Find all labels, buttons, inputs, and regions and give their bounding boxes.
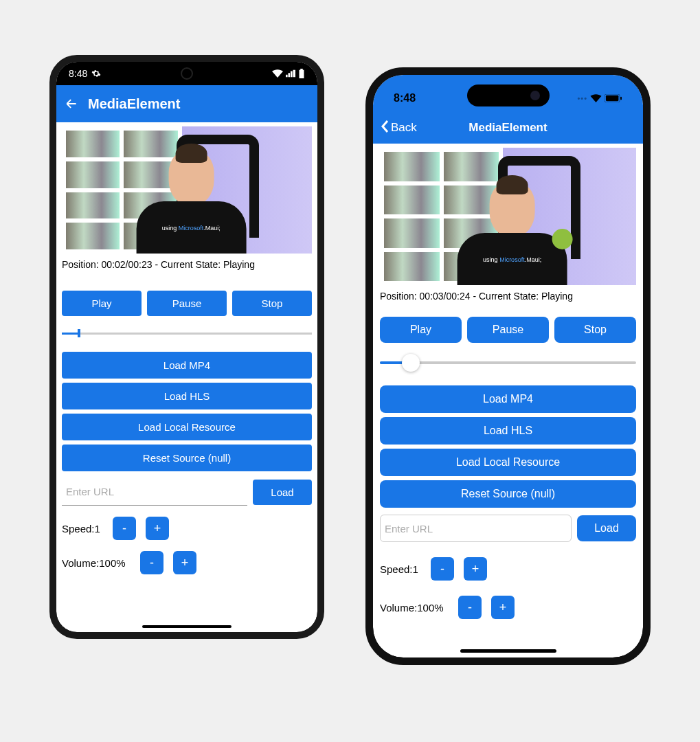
load-local-button[interactable]: Load Local Resource (62, 414, 312, 440)
android-video-player[interactable]: using Microsoft.Maui; (62, 126, 312, 254)
android-app-bar: MediaElement (56, 85, 317, 122)
stop-button[interactable]: Stop (232, 291, 312, 316)
pause-button[interactable]: Pause (467, 317, 549, 343)
volume-plus-button[interactable]: + (173, 551, 196, 574)
svg-rect-1 (606, 95, 618, 101)
load-local-button[interactable]: Load Local Resource (380, 449, 636, 476)
apple-fruit (552, 229, 573, 249)
speed-plus-button[interactable]: + (464, 557, 487, 581)
reset-source-button[interactable]: Reset Source (null) (380, 480, 636, 508)
load-mp4-button[interactable]: Load MP4 (62, 352, 312, 379)
volume-minus-button[interactable]: - (458, 596, 482, 619)
wifi-icon (272, 69, 283, 78)
ios-device-frame: 8:48 ••• Back MediaElement (365, 67, 651, 665)
url-input[interactable] (62, 478, 247, 506)
volume-minus-button[interactable]: - (140, 551, 163, 574)
ios-page-title: MediaElement (468, 121, 547, 135)
ios-nav-bar: Back MediaElement (373, 112, 643, 144)
stop-button[interactable]: Stop (554, 317, 636, 343)
load-mp4-button[interactable]: Load MP4 (380, 385, 636, 413)
ios-home-indicator (460, 649, 556, 653)
url-input[interactable] (380, 515, 572, 542)
speed-plus-button[interactable]: + (146, 517, 169, 540)
android-device-frame: 8:48 MediaElement (49, 55, 324, 639)
ios-screen: 8:48 ••• Back MediaElement (373, 75, 643, 657)
ios-position-status: Position: 00:03/00:24 - Current State: P… (380, 289, 636, 303)
ellipsis-icon: ••• (577, 94, 587, 102)
chevron-left-icon (380, 120, 389, 137)
speed-minus-button[interactable]: - (431, 557, 454, 581)
play-button[interactable]: Play (62, 291, 142, 316)
android-camera-hole (182, 69, 192, 78)
back-button[interactable]: Back (380, 120, 417, 137)
speed-minus-button[interactable]: - (113, 517, 136, 540)
battery-icon (298, 69, 305, 78)
volume-label: Volume:100% (62, 557, 131, 569)
ios-video-player[interactable]: using Microsoft.Maui; (380, 148, 636, 285)
volume-label: Volume:100% (380, 602, 449, 614)
gear-icon (91, 69, 101, 78)
tshirt-text: using Microsoft.Maui; (483, 256, 541, 263)
ios-position-slider[interactable] (380, 352, 636, 373)
back-label: Back (391, 121, 417, 135)
load-url-button[interactable]: Load (253, 480, 312, 505)
battery-icon (605, 94, 622, 102)
android-position-slider[interactable] (62, 328, 312, 338)
wifi-icon (590, 94, 602, 102)
ios-dynamic-island (467, 85, 550, 106)
speed-label: Speed:1 (62, 523, 103, 535)
android-position-status: Position: 00:02/00:23 - Current State: P… (62, 258, 312, 271)
load-url-button[interactable]: Load (577, 515, 636, 541)
signal-icon (286, 69, 295, 78)
speed-label: Speed:1 (380, 563, 421, 575)
android-status-time: 8:48 (69, 68, 87, 79)
android-home-indicator (142, 625, 232, 628)
volume-plus-button[interactable]: + (491, 596, 515, 619)
back-arrow-icon[interactable] (65, 97, 78, 111)
reset-source-button[interactable]: Reset Source (null) (62, 445, 312, 471)
ios-status-time: 8:48 (394, 92, 416, 104)
pause-button[interactable]: Pause (147, 291, 227, 316)
load-hls-button[interactable]: Load HLS (380, 417, 636, 445)
android-screen: 8:48 MediaElement (56, 62, 317, 632)
svg-rect-2 (620, 97, 622, 100)
android-page-title: MediaElement (88, 96, 180, 112)
tshirt-text: using Microsoft.Maui; (162, 225, 221, 232)
play-button[interactable]: Play (380, 317, 462, 343)
load-hls-button[interactable]: Load HLS (62, 383, 312, 409)
